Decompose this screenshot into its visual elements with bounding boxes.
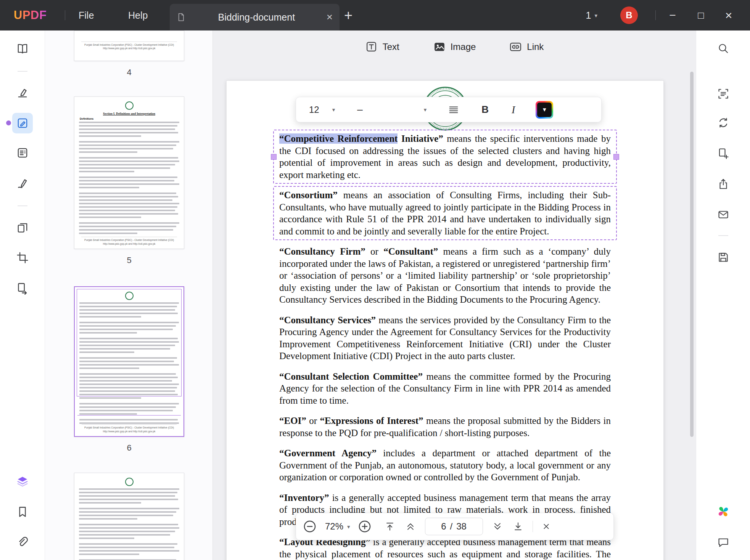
thumbnail-text-line (79, 403, 179, 404)
vertical-scrollbar[interactable] (690, 72, 694, 437)
tab-count-dropdown[interactable]: 1 ▾ (586, 10, 597, 21)
save-button[interactable] (713, 247, 734, 268)
minimize-button[interactable]: − (663, 6, 682, 24)
insert-page-button[interactable] (713, 143, 734, 164)
ai-assistant-button[interactable] (713, 501, 734, 522)
maximize-button[interactable]: □ (692, 6, 710, 24)
extract-pages-button[interactable] (12, 278, 33, 298)
close-button[interactable]: × (719, 6, 738, 24)
chevron-down-icon[interactable]: ▾ (347, 524, 350, 530)
thumbnail-text-line (79, 367, 139, 369)
search-button[interactable] (713, 38, 734, 59)
page-thumbnail-5[interactable]: Section I. Definitions and Interpretatio… (74, 96, 184, 249)
feedback-chat-button[interactable] (713, 532, 734, 553)
thumbnail-text-line (79, 325, 176, 327)
thumbnail-text-line (79, 316, 141, 318)
ocr-button[interactable] (713, 83, 734, 104)
thumbnail-text-line (79, 125, 177, 127)
thumbnail-text-line (79, 531, 175, 532)
document-view: Text Image Link (213, 30, 696, 560)
next-page-button[interactable] (492, 521, 503, 532)
thumbnail-text-line (79, 177, 177, 178)
thumbnail-text-line (79, 495, 175, 497)
forms-button[interactable] (12, 143, 33, 163)
zoom-in-button[interactable] (358, 520, 372, 533)
new-tab-button[interactable]: + (344, 8, 352, 22)
thumbnail-text-line (79, 527, 179, 529)
thumbnail-text-line (79, 338, 178, 339)
document-paragraph[interactable]: “Consultant Selection Committee” means t… (279, 371, 611, 407)
thumbnail-text-line (79, 547, 174, 548)
font-size-dropdown[interactable]: 12 ▾ (309, 104, 335, 115)
align-justify-button[interactable] (448, 104, 459, 116)
tab-close-button[interactable]: × (327, 12, 333, 22)
document-paragraph[interactable]: “Competitive Reinforcement Initiative” m… (273, 130, 617, 184)
crop-button[interactable] (12, 247, 33, 268)
font-family-dropdown[interactable]: – ▾ (357, 104, 427, 116)
thumbnail-text-line (79, 341, 179, 343)
share-button[interactable] (713, 174, 734, 194)
page-number-label: 6 (74, 443, 184, 453)
close-toolbar-button[interactable] (541, 521, 551, 531)
previous-page-button[interactable] (405, 521, 416, 532)
text-tool-button[interactable]: Text (365, 40, 399, 53)
first-page-button[interactable] (385, 521, 395, 532)
thumbnail-text-line (79, 406, 176, 408)
menu-help[interactable]: Help (123, 0, 153, 30)
paperclip-icon (19, 537, 27, 546)
italic-button[interactable]: I (512, 104, 515, 116)
thumbnail-text-line (79, 357, 177, 359)
page-separator: / (450, 521, 453, 532)
thumbnail-text-line (79, 226, 176, 227)
document-paragraph[interactable]: “Consultancy Firm” or “Consultant” means… (279, 246, 611, 306)
document-paragraph[interactable]: “Consultancy Services” means the service… (279, 314, 611, 362)
user-avatar[interactable]: B (620, 6, 638, 24)
last-page-button[interactable] (513, 521, 523, 532)
page-thumbnail-4[interactable]: Punjab Small Industries Corporation (PSI… (74, 30, 184, 61)
edit-pdf-button[interactable] (12, 113, 33, 133)
zoom-out-button[interactable] (303, 520, 317, 533)
page-thumbnail-6-selected[interactable]: Punjab Small Industries Corporation (PSI… (74, 286, 184, 437)
sign-button[interactable] (12, 173, 33, 194)
font-color-picker[interactable]: ▾ (536, 101, 553, 119)
thumbnail-text-line (79, 348, 170, 350)
thumbnail-text-line (79, 196, 178, 197)
updf-logo: UPDF (14, 8, 47, 22)
page-thumbnail-7[interactable] (74, 473, 184, 560)
document-paragraph[interactable]: “Government Agency” includes a departmen… (279, 447, 611, 483)
slideshow-layers-button[interactable] (12, 471, 33, 492)
crest-mini-icon (125, 478, 134, 486)
convert-button[interactable] (713, 112, 734, 133)
thumbnail-text-line (79, 313, 178, 314)
comment-markup-button[interactable] (12, 82, 33, 103)
thumbnail-text-line (79, 183, 179, 185)
document-tab[interactable]: Bidding-document × (170, 4, 340, 30)
document-paragraph[interactable]: “Consortium” means an association of Con… (273, 186, 617, 240)
zoom-level-value[interactable]: 72% (325, 521, 343, 532)
menu-file[interactable]: File (73, 0, 99, 30)
link-tool-button[interactable]: Link (509, 40, 544, 53)
image-tool-button[interactable]: Image (433, 40, 476, 53)
thumbnail-text-line (79, 422, 179, 424)
bookmark-button[interactable] (12, 502, 33, 522)
email-button[interactable] (713, 204, 734, 225)
thumb-footer-line1: Punjab Small Industries Corporation (PSI… (81, 43, 177, 47)
thumbnail-text-line (79, 361, 174, 362)
thumbnail-text-line (79, 518, 137, 520)
document-paragraph[interactable]: “EOI” or “Expressions of Interest” means… (279, 415, 611, 439)
align-justify-icon (450, 107, 458, 112)
page-number-field[interactable]: 6 / 38 (425, 518, 483, 535)
thumbnail-text-line (79, 488, 179, 490)
signature-icon (18, 187, 22, 188)
thumbnail-text-line (79, 364, 179, 366)
thumb-footer-line1: Punjab Small Industries Corporation (PSI… (82, 426, 177, 429)
crop-icon (20, 253, 27, 260)
thumbnail-text-line (79, 193, 176, 194)
thumbnail-text-line (79, 309, 175, 311)
thumbnail-text-line (79, 394, 178, 395)
thumbnail-text-line (79, 543, 177, 545)
bold-button[interactable]: B (481, 104, 489, 116)
attachment-button[interactable] (12, 532, 33, 553)
organize-pages-button[interactable] (12, 218, 33, 238)
reader-mode-button[interactable] (12, 38, 33, 59)
